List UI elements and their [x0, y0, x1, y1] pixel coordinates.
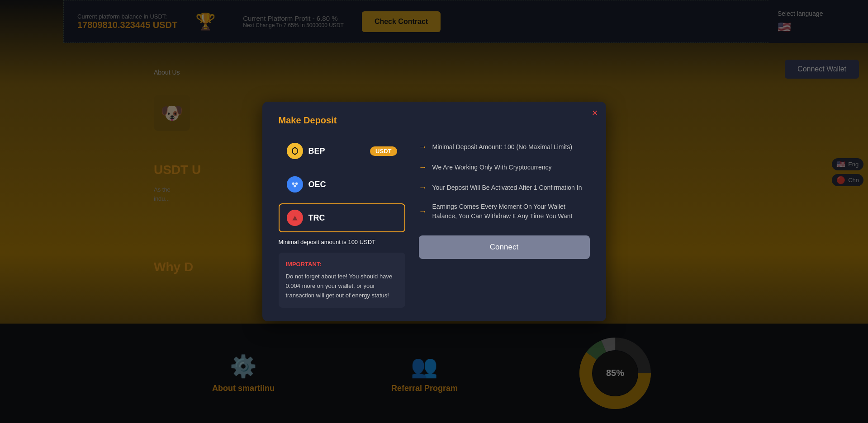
info-row-2: → We Are Working Only With Cryptocurrenc…: [419, 161, 590, 174]
info-text-3: Your Deposit Will Be Activated After 1 C…: [432, 183, 582, 193]
modal-title: Make Deposit: [279, 115, 590, 126]
important-box: IMPORTANT: Do not forget about fee! You …: [279, 253, 405, 307]
info-text-2: We Are Working Only With Cryptocurrency: [432, 163, 552, 172]
arrow-icon-3: →: [419, 182, 427, 194]
important-text: Do not forget about fee! You should have…: [286, 272, 398, 300]
trc-logo: [287, 210, 303, 226]
modal-left-panel: BEP USDT OEC TRC: [279, 136, 405, 307]
min-deposit-text: Minimal deposit amount is 100 USDT: [279, 239, 405, 245]
svg-point-10: [295, 183, 298, 185]
oec-label: OEC: [308, 180, 326, 189]
usdt-badge-bep: USDT: [370, 146, 397, 156]
modal-overlay: × Make Deposit BEP USDT OEC: [0, 0, 868, 423]
info-row-3: → Your Deposit Will Be Activated After 1…: [419, 182, 590, 194]
bep-label: BEP: [308, 146, 325, 156]
modal-right-panel: → Minimal Deposit Amount: 100 (No Maxima…: [419, 136, 590, 307]
make-deposit-modal: × Make Deposit BEP USDT OEC: [262, 102, 606, 321]
network-oec[interactable]: OEC: [279, 170, 405, 199]
network-trc[interactable]: TRC: [279, 203, 405, 232]
oec-logo: [287, 176, 303, 193]
bep-logo: [287, 143, 303, 159]
arrow-icon-2: →: [419, 161, 427, 174]
important-title: IMPORTANT:: [286, 260, 398, 269]
info-text-4: Earnings Comes Every Moment On Your Wall…: [432, 202, 590, 221]
modal-body: BEP USDT OEC TRC: [279, 136, 590, 307]
connect-button[interactable]: Connect: [419, 235, 590, 259]
svg-point-11: [294, 185, 296, 188]
arrow-icon-4: →: [419, 206, 427, 218]
network-bep[interactable]: BEP USDT: [279, 136, 405, 165]
modal-close-button[interactable]: ×: [592, 108, 598, 118]
arrow-icon-1: →: [419, 141, 427, 153]
info-text-1: Minimal Deposit Amount: 100 (No Maximal …: [432, 142, 573, 152]
svg-point-9: [292, 183, 294, 185]
info-row-4: → Earnings Comes Every Moment On Your Wa…: [419, 202, 590, 221]
info-row-1: → Minimal Deposit Amount: 100 (No Maxima…: [419, 141, 590, 153]
trc-label: TRC: [308, 213, 325, 223]
